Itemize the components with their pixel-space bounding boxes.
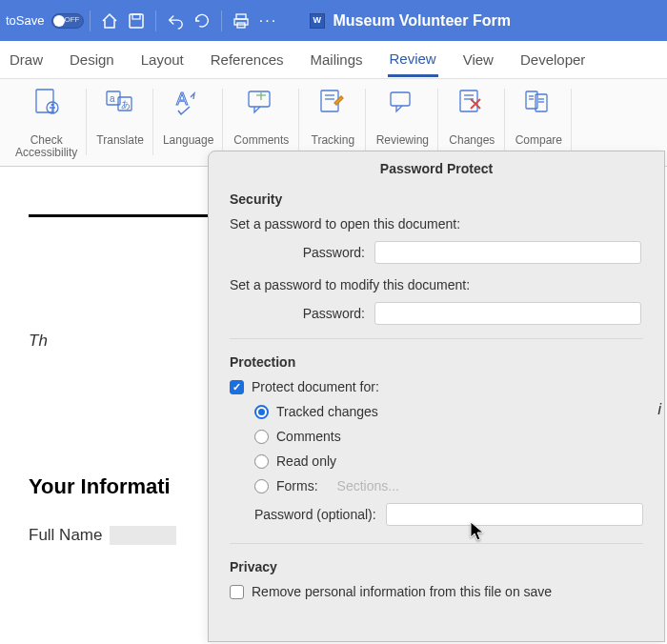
changes-icon[interactable] (453, 83, 491, 121)
fullname-label: Full Name (29, 526, 102, 545)
check-accessibility-icon[interactable] (28, 83, 66, 121)
radio-forms[interactable] (254, 479, 269, 493)
dialog-title: Password Protect (209, 151, 664, 191)
tab-draw[interactable]: Draw (8, 44, 45, 75)
autosave-toggle[interactable]: OFF (51, 13, 84, 29)
compare-label: Compare (515, 134, 562, 147)
tab-design[interactable]: Design (68, 44, 116, 75)
more-icon[interactable]: ··· (254, 8, 281, 34)
privacy-heading: Privacy (230, 559, 643, 574)
group-translate: aあ Translate (87, 83, 153, 166)
protection-password-input[interactable] (386, 503, 643, 526)
radio-readonly-label: Read only (276, 453, 336, 469)
word-doc-icon (310, 13, 325, 29)
password-protect-dialog: Password Protect Security Set a password… (208, 151, 665, 642)
protection-heading: Protection (230, 354, 643, 370)
radio-comments-label: Comments (276, 429, 341, 444)
svg-rect-3 (234, 19, 248, 25)
radio-tracked-label: Tracked changes (276, 404, 378, 419)
radio-forms-label: Forms: (276, 478, 318, 493)
doc-text-fragment: i (657, 400, 661, 419)
autosave-label: toSave (6, 13, 44, 28)
language-icon[interactable]: A (170, 83, 208, 121)
radio-comments[interactable] (254, 430, 269, 444)
group-accessibility: Check Accessibility (6, 83, 87, 166)
comments-label: Comments (233, 134, 289, 147)
print-icon[interactable] (228, 8, 254, 34)
translate-icon[interactable]: aあ (101, 83, 139, 121)
title-bar: toSave OFF ··· Museum Volunteer Form (0, 0, 667, 41)
open-password-input[interactable] (374, 241, 641, 264)
autosave-control[interactable]: toSave OFF (6, 13, 84, 29)
tracking-icon[interactable] (313, 83, 352, 121)
security-heading: Security (230, 191, 643, 207)
svg-rect-0 (130, 14, 143, 28)
security-modify-text: Set a password to modify this document: (230, 277, 643, 292)
reviewing-label: Reviewing (376, 134, 429, 147)
password-label-1: Password: (303, 245, 365, 260)
svg-text:A: A (176, 90, 188, 109)
translate-label: Translate (96, 134, 144, 147)
svg-text:a: a (110, 93, 115, 104)
password-label-2: Password: (303, 306, 365, 321)
language-label: Language (163, 134, 213, 147)
svg-point-7 (51, 104, 53, 107)
save-icon[interactable] (123, 8, 150, 34)
changes-label: Changes (449, 134, 495, 147)
protect-for-label: Protect document for: (252, 379, 379, 394)
document-title: Museum Volunteer Form (333, 12, 510, 30)
comments-icon[interactable] (242, 83, 280, 121)
ribbon-tabs: Draw Design Layout References Mailings R… (0, 41, 667, 79)
tab-developer[interactable]: Developer (518, 44, 587, 75)
tab-layout[interactable]: Layout (139, 44, 186, 75)
tab-references[interactable]: References (209, 44, 286, 75)
svg-rect-5 (36, 90, 53, 112)
tracking-label: Tracking (312, 134, 355, 147)
svg-rect-19 (391, 92, 410, 106)
tab-view[interactable]: View (461, 44, 495, 75)
undo-icon[interactable] (162, 8, 189, 34)
svg-rect-20 (460, 91, 477, 111)
sections-button: Sections... (337, 478, 399, 493)
redo-icon[interactable] (189, 8, 215, 34)
remove-pii-checkbox[interactable] (230, 585, 244, 599)
radio-readonly[interactable] (254, 454, 269, 469)
tab-mailings[interactable]: Mailings (308, 44, 364, 75)
protect-for-checkbox[interactable] (230, 380, 244, 394)
tab-review[interactable]: Review (388, 43, 438, 77)
modify-password-input[interactable] (374, 302, 641, 325)
home-icon[interactable] (96, 8, 123, 34)
remove-pii-label: Remove personal information from this fi… (252, 584, 552, 599)
security-open-text: Set a password to open this document: (230, 216, 643, 231)
svg-rect-13 (249, 91, 270, 107)
accessibility-label: Check Accessibility (15, 134, 77, 159)
svg-rect-2 (236, 14, 246, 19)
reviewing-icon[interactable] (383, 83, 421, 121)
fullname-field[interactable] (110, 526, 176, 545)
svg-text:あ: あ (121, 99, 131, 110)
compare-icon[interactable] (519, 83, 557, 121)
password-optional-label: Password (optional): (254, 507, 376, 522)
radio-tracked-changes[interactable] (254, 405, 269, 419)
